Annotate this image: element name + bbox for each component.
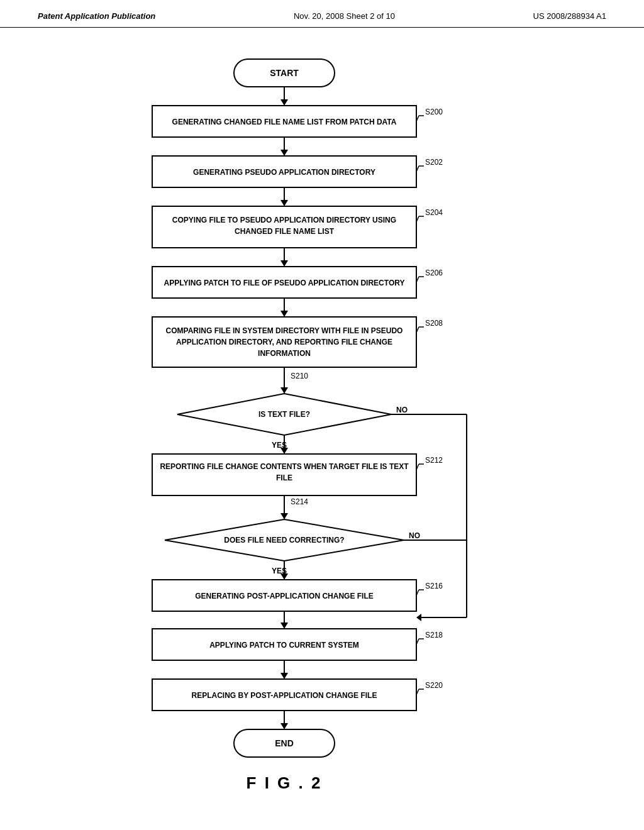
header-right: US 2008/288934 A1 <box>533 11 606 21</box>
s212-label: S212 <box>425 456 443 465</box>
svg-marker-17 <box>280 260 288 267</box>
svg-marker-53 <box>280 673 288 679</box>
s200-text: GENERATING CHANGED FILE NAME LIST FROM P… <box>172 118 397 126</box>
flowchart-container: START GENERATING CHANGED FILE NAME LIST … <box>0 40 644 820</box>
s212-text-line2: FILE <box>276 473 292 482</box>
s210-text: IS TEXT FILE? <box>258 410 310 419</box>
s204-label: S204 <box>425 208 443 217</box>
no2-label: NO <box>409 531 420 540</box>
header-center: Nov. 20, 2008 Sheet 2 of 10 <box>294 11 395 21</box>
svg-marker-28 <box>280 387 288 394</box>
s204-text-line1: COPYING FILE TO PSEUDO APPLICATION DIREC… <box>172 216 396 224</box>
s206-label: S206 <box>425 268 443 277</box>
svg-marker-48 <box>280 622 288 629</box>
s202-label: S202 <box>425 158 443 167</box>
s216-text: GENERATING POST-APPLICATION CHANGE FILE <box>195 592 374 600</box>
svg-marker-38 <box>280 573 288 580</box>
s214-text: DOES FILE NEED CORRECTING? <box>224 536 344 545</box>
svg-marker-46 <box>416 614 421 621</box>
svg-marker-12 <box>280 200 288 206</box>
flowchart-svg: START GENERATING CHANGED FILE NAME LIST … <box>39 47 605 814</box>
fig-caption: F I G . 2 <box>247 773 323 792</box>
s206-text: APPLYING PATCH TO FILE OF PSEUDO APPLICA… <box>164 279 405 287</box>
svg-marker-7 <box>280 150 288 156</box>
start-label: START <box>270 68 299 78</box>
svg-marker-36 <box>280 513 288 519</box>
header-left: Patent Application Publication <box>38 11 155 21</box>
page-header: Patent Application Publication Nov. 20, … <box>0 0 644 28</box>
s202-text: GENERATING PSEUDO APPLICATION DIRECTORY <box>193 168 375 177</box>
svg-marker-58 <box>280 723 288 729</box>
s210-label: S210 <box>291 372 308 380</box>
svg-marker-2 <box>280 99 288 106</box>
s208-label: S208 <box>425 319 443 328</box>
s212-text-line1: REPORTING FILE CHANGE CONTENTS WHEN TARG… <box>160 462 409 471</box>
s218-label: S218 <box>425 631 443 639</box>
s204-text-line2: CHANGED FILE NAME LIST <box>235 227 335 236</box>
s214-label: S214 <box>291 497 308 506</box>
s208-text-line2: APPLICATION DIRECTORY, AND REPORTING FIL… <box>176 338 392 346</box>
s220-label: S220 <box>425 681 443 690</box>
no1-label: NO <box>396 406 408 414</box>
s200-label: S200 <box>425 108 443 116</box>
s218-text: APPLYING PATCH TO CURRENT SYSTEM <box>209 641 359 650</box>
svg-marker-30 <box>280 448 288 454</box>
svg-marker-22 <box>280 311 288 317</box>
s220-text: REPLACING BY POST-APPLICATION CHANGE FIL… <box>192 691 377 700</box>
s216-label: S216 <box>425 582 443 590</box>
end-label: END <box>275 738 294 748</box>
s208-text-line1: COMPARING FILE IN SYSTEM DIRECTORY WITH … <box>166 326 403 335</box>
s208-text-line3: INFORMATION <box>258 349 311 358</box>
